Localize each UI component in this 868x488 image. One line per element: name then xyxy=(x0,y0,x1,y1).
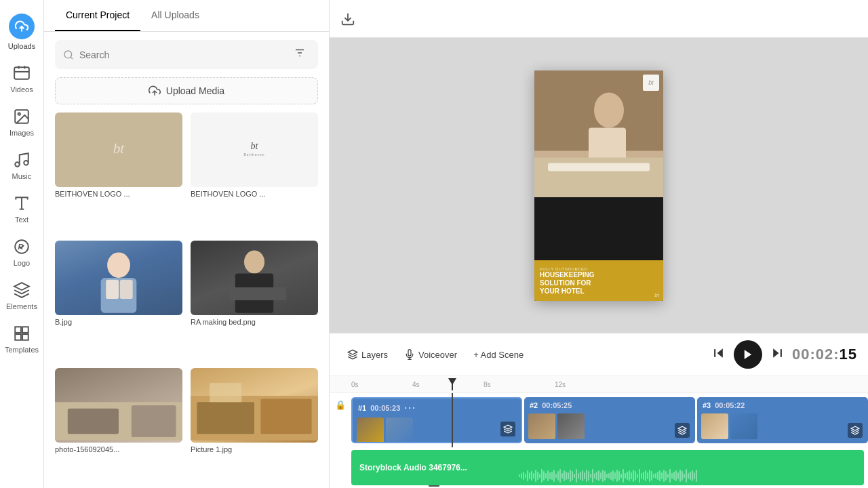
list-item[interactable]: bt Beithoven BEITHOVEN LOGO ... xyxy=(191,113,318,232)
svg-text:bt: bt xyxy=(251,141,259,151)
timecode: 00:02:15 xyxy=(792,346,857,363)
list-item[interactable]: bt BEITHOVEN LOGO ... xyxy=(55,113,182,232)
svg-rect-34 xyxy=(68,409,119,434)
sidebar-item-logo[interactable]: R Logo xyxy=(0,230,43,274)
svg-rect-16 xyxy=(22,334,28,340)
media-item-name: photo-156092045... xyxy=(55,445,182,453)
list-item[interactable]: Picture 1.jpg xyxy=(191,368,318,488)
media-panel: Current Project All Uploads Upload Media xyxy=(44,0,330,488)
uploads-icon xyxy=(9,14,35,39)
upload-media-label: Upload Media xyxy=(166,85,224,96)
sidebar-item-label: Elements xyxy=(6,302,37,310)
tab-current-project[interactable]: Current Project xyxy=(55,0,140,31)
media-item-name: BEITHOVEN LOGO ... xyxy=(191,190,318,198)
ruler-mark-0s: 0s xyxy=(351,381,359,388)
skip-forward-button[interactable] xyxy=(768,344,787,366)
list-item[interactable]: RA making bed.png xyxy=(191,241,318,361)
svg-point-7 xyxy=(15,162,20,167)
sidebar-item-label: Logo xyxy=(14,259,30,267)
svg-rect-46 xyxy=(548,163,650,171)
clip-options-button[interactable]: ··· xyxy=(404,403,416,413)
svg-rect-32 xyxy=(229,287,286,300)
svg-rect-1 xyxy=(14,67,29,79)
svg-marker-55 xyxy=(504,425,512,429)
sidebar-item-uploads[interactable]: Uploads xyxy=(0,7,43,57)
timeline-toolbar: Layers Voiceover + Add Scene xyxy=(330,333,868,376)
preview-main-title: HOUSEKEEPING SOLUTION FOR YOUR HOTEL xyxy=(540,271,658,296)
svg-rect-35 xyxy=(132,405,176,437)
add-scene-label: + Add Scene xyxy=(473,350,524,360)
preview-logo-corner: bt xyxy=(643,75,659,91)
svg-point-6 xyxy=(18,113,20,115)
tab-all-uploads[interactable]: All Uploads xyxy=(140,0,210,31)
preview-canvas: bt FULLY OUTSOURCED HOUSEKEEPING SOLUTIO… xyxy=(534,70,663,301)
svg-rect-13 xyxy=(15,327,21,333)
svg-line-18 xyxy=(71,57,73,59)
add-scene-button[interactable]: + Add Scene xyxy=(467,346,530,364)
sidebar-item-templates[interactable]: Templates xyxy=(0,317,43,361)
templates-icon xyxy=(12,324,31,343)
logo-icon: R xyxy=(12,237,31,256)
svg-rect-39 xyxy=(210,383,241,402)
svg-text:R: R xyxy=(18,243,24,251)
ruler-mark-12s: 12s xyxy=(555,381,566,388)
clip-1[interactable]: #1 00:05:23 ··· xyxy=(351,397,522,443)
sidebar-item-images[interactable]: Images xyxy=(0,100,43,144)
media-item-name: Picture 1.jpg xyxy=(191,445,318,453)
sidebar-item-videos[interactable]: Videos xyxy=(0,57,43,100)
list-item[interactable]: photo-156092045... xyxy=(55,368,182,488)
ruler-mark-8s: 8s xyxy=(484,381,491,388)
clip-3[interactable]: #3 00:05:22 xyxy=(697,397,868,443)
svg-point-26 xyxy=(107,252,130,278)
svg-point-30 xyxy=(244,250,264,273)
svg-rect-38 xyxy=(260,399,311,434)
audio-clip-label: Storyblock Audio 3467976... xyxy=(359,463,467,472)
sidebar-item-text[interactable]: Text xyxy=(0,187,43,230)
ruler-mark-4s: 4s xyxy=(412,381,420,388)
skip-back-button[interactable] xyxy=(709,344,728,366)
upload-media-button[interactable]: Upload Media xyxy=(55,77,318,104)
svg-rect-29 xyxy=(120,279,133,298)
sidebar-item-elements[interactable]: Elements xyxy=(0,274,43,317)
svg-text:bt: bt xyxy=(113,140,125,157)
sidebar-item-label: Uploads xyxy=(8,42,35,50)
timeline-area: Layers Voiceover + Add Scene xyxy=(330,333,868,488)
sidebar-item-music[interactable]: Music xyxy=(0,144,43,187)
images-icon xyxy=(12,107,31,126)
svg-rect-37 xyxy=(197,403,254,434)
main-area: bt FULLY OUTSOURCED HOUSEKEEPING SOLUTIO… xyxy=(330,0,868,488)
preview-logo-bottom: bt xyxy=(654,292,659,298)
sidebar-item-label: Videos xyxy=(10,85,33,94)
sidebar: Uploads Videos Images xyxy=(0,0,44,488)
preview-overlay-text: FULLY OUTSOURCED HOUSEKEEPING SOLUTION F… xyxy=(534,260,663,301)
panel-tabs: Current Project All Uploads xyxy=(44,0,329,32)
lock-icon[interactable]: 🔒 xyxy=(335,400,346,410)
preview-area: bt FULLY OUTSOURCED HOUSEKEEPING SOLUTIO… xyxy=(330,38,868,333)
layers-button[interactable]: Layers xyxy=(340,345,395,364)
audio-clip[interactable]: Storyblock Audio 3467976... // Generate … xyxy=(351,450,864,485)
media-item-name: RA making bed.png xyxy=(191,318,318,326)
clip-2[interactable]: #2 00:05:25 xyxy=(524,397,695,443)
voiceover-button[interactable]: Voiceover xyxy=(397,345,464,364)
list-item[interactable]: B.jpg xyxy=(55,241,182,361)
layers-icon xyxy=(347,349,358,360)
search-icon xyxy=(63,49,74,60)
audio-track: Storyblock Audio 3467976... // Generate … xyxy=(351,447,868,488)
filter-button[interactable] xyxy=(290,45,310,64)
top-toolbar xyxy=(330,0,868,38)
svg-marker-52 xyxy=(745,350,752,359)
sidebar-item-label: Templates xyxy=(5,346,39,354)
svg-marker-56 xyxy=(678,426,686,430)
clip-header: #1 00:05:23 ··· xyxy=(353,399,521,416)
svg-marker-53 xyxy=(773,348,778,357)
video-track: #1 00:05:23 ··· xyxy=(351,397,868,445)
preview-top-label: FULLY OUTSOURCED xyxy=(540,267,658,271)
export-button[interactable] xyxy=(340,12,355,26)
media-grid: bt BEITHOVEN LOGO ... bt Beithoven BEITH… xyxy=(44,113,329,488)
layers-label: Layers xyxy=(361,350,388,360)
svg-point-8 xyxy=(24,161,28,165)
microphone-icon xyxy=(404,349,415,360)
search-input[interactable] xyxy=(79,49,284,60)
upload-media-icon xyxy=(149,85,161,97)
play-button[interactable] xyxy=(734,340,762,369)
